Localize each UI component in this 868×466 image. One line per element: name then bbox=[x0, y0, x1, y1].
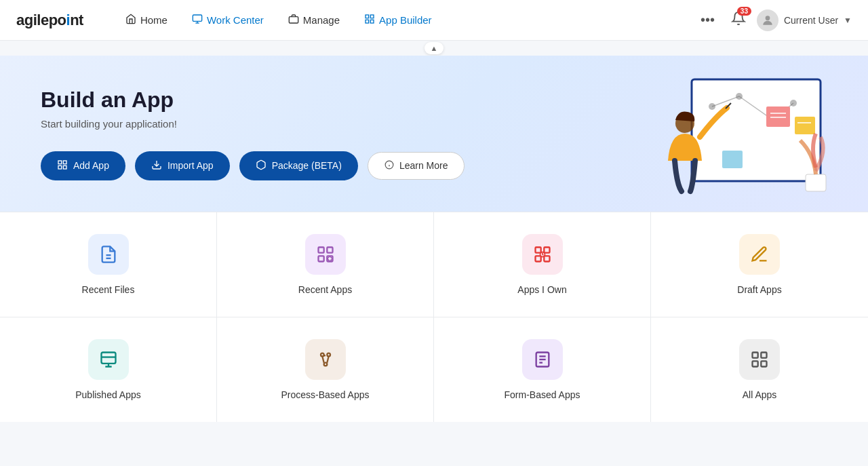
svg-rect-0 bbox=[193, 15, 201, 21]
process-based-apps-label: Process-Based Apps bbox=[281, 389, 370, 400]
username: Current User bbox=[784, 15, 838, 26]
svg-point-48 bbox=[327, 353, 330, 357]
monitor-icon bbox=[192, 14, 203, 27]
recent-apps-icon-wrap bbox=[305, 234, 346, 275]
info-icon bbox=[384, 160, 394, 172]
collapse-handle[interactable]: ▲ bbox=[0, 41, 868, 56]
user-area[interactable]: Current User ▼ bbox=[757, 9, 852, 31]
package-beta-button[interactable]: Package (BETA) bbox=[239, 151, 358, 180]
add-app-icon bbox=[57, 159, 68, 172]
svg-line-50 bbox=[322, 356, 323, 362]
cards-grid-row1: Recent Files Recent Apps Apps I Own Draf… bbox=[0, 212, 868, 317]
cards-section-row2: Published Apps Process-Based Apps Form-B… bbox=[0, 317, 868, 422]
card-draft-apps[interactable]: Draft Apps bbox=[651, 212, 868, 317]
import-icon bbox=[151, 159, 162, 172]
card-form-based-apps[interactable]: Form-Based Apps bbox=[434, 317, 651, 422]
card-recent-files[interactable]: Recent Files bbox=[0, 212, 217, 317]
package-beta-label: Package (BETA) bbox=[272, 160, 342, 171]
svg-rect-42 bbox=[535, 256, 540, 261]
learn-more-button[interactable]: Learn More bbox=[368, 152, 465, 180]
nav-item-workcenter[interactable]: Work Center bbox=[182, 9, 273, 31]
add-app-button[interactable]: Add App bbox=[41, 151, 125, 180]
published-apps-icon-wrap bbox=[88, 339, 129, 380]
bell-icon bbox=[731, 14, 746, 28]
hero-title: Build an App bbox=[41, 88, 827, 113]
collapse-arrow-icon: ▲ bbox=[425, 42, 443, 54]
notification-button[interactable]: 33 bbox=[731, 11, 746, 29]
svg-rect-60 bbox=[761, 361, 766, 366]
svg-rect-3 bbox=[289, 16, 298, 22]
navbar: agilepoint Home Work Center Manage App bbox=[0, 0, 868, 41]
svg-rect-11 bbox=[58, 166, 62, 169]
package-icon bbox=[256, 159, 267, 172]
chevron-down-icon: ▼ bbox=[844, 16, 852, 25]
svg-rect-12 bbox=[63, 166, 66, 169]
svg-rect-9 bbox=[58, 161, 62, 164]
svg-rect-10 bbox=[63, 161, 66, 164]
svg-rect-4 bbox=[366, 15, 369, 18]
grid-icon bbox=[364, 14, 375, 27]
svg-rect-41 bbox=[544, 248, 549, 253]
published-apps-label: Published Apps bbox=[75, 389, 141, 400]
add-app-label: Add App bbox=[73, 160, 109, 171]
card-recent-apps[interactable]: Recent Apps bbox=[217, 212, 434, 317]
hero-banner: Build an App Start building your applica… bbox=[0, 56, 868, 212]
all-apps-label: All Apps bbox=[743, 389, 777, 400]
nav-item-home[interactable]: Home bbox=[116, 9, 177, 31]
apps-i-own-label: Apps I Own bbox=[517, 284, 566, 295]
svg-rect-57 bbox=[753, 353, 758, 358]
svg-rect-5 bbox=[370, 15, 374, 18]
avatar bbox=[757, 9, 778, 31]
home-icon bbox=[125, 14, 136, 27]
learn-more-label: Learn More bbox=[399, 160, 448, 171]
svg-point-8 bbox=[766, 16, 770, 20]
cards-section-row1: Recent Files Recent Apps Apps I Own Draf… bbox=[0, 212, 868, 317]
apps-i-own-icon-wrap bbox=[522, 234, 563, 275]
svg-point-47 bbox=[321, 353, 324, 357]
nav-label-home: Home bbox=[140, 14, 167, 26]
svg-line-51 bbox=[327, 356, 328, 362]
nav-item-appbuilder[interactable]: App Builder bbox=[355, 9, 441, 31]
cards-grid-row2: Published Apps Process-Based Apps Form-B… bbox=[0, 317, 868, 422]
svg-rect-7 bbox=[370, 20, 374, 23]
import-app-button[interactable]: Import App bbox=[135, 151, 230, 180]
svg-rect-58 bbox=[761, 353, 766, 358]
hero-content: Build an App Start building your applica… bbox=[41, 88, 827, 180]
process-based-apps-icon-wrap bbox=[305, 339, 346, 380]
import-app-label: Import App bbox=[167, 160, 214, 171]
logo-dot: i bbox=[66, 12, 71, 28]
hero-buttons: Add App Import App Package (BETA) Learn … bbox=[41, 151, 827, 180]
form-based-apps-icon-wrap bbox=[522, 339, 563, 380]
svg-rect-35 bbox=[318, 256, 323, 261]
nav-right: ••• 33 Current User ▼ bbox=[695, 9, 852, 31]
recent-files-label: Recent Files bbox=[82, 284, 135, 295]
card-process-based-apps[interactable]: Process-Based Apps bbox=[217, 317, 434, 422]
form-based-apps-label: Form-Based Apps bbox=[504, 389, 580, 400]
nav-links: Home Work Center Manage App Builder bbox=[116, 9, 695, 31]
nav-label-appbuilder: App Builder bbox=[379, 14, 432, 26]
svg-rect-33 bbox=[318, 248, 323, 253]
briefcase-icon bbox=[288, 14, 299, 27]
logo[interactable]: agilepoint bbox=[16, 12, 83, 29]
all-apps-icon-wrap bbox=[739, 339, 780, 380]
nav-item-manage[interactable]: Manage bbox=[279, 9, 349, 31]
recent-apps-label: Recent Apps bbox=[298, 284, 352, 295]
draft-apps-icon-wrap bbox=[739, 234, 780, 275]
svg-rect-59 bbox=[753, 361, 758, 366]
notification-badge: 33 bbox=[737, 7, 751, 16]
hero-subtitle: Start building your application! bbox=[41, 118, 827, 130]
card-all-apps[interactable]: All Apps bbox=[651, 317, 868, 422]
svg-rect-43 bbox=[544, 256, 549, 261]
card-published-apps[interactable]: Published Apps bbox=[0, 317, 217, 422]
recent-files-icon-wrap bbox=[88, 234, 129, 275]
draft-apps-label: Draft Apps bbox=[737, 284, 781, 295]
nav-label-manage: Manage bbox=[303, 14, 340, 26]
svg-rect-6 bbox=[366, 20, 369, 23]
card-apps-i-own[interactable]: Apps I Own bbox=[434, 212, 651, 317]
svg-rect-40 bbox=[535, 248, 540, 253]
logo-text: agilepoint bbox=[16, 12, 83, 29]
nav-label-workcenter: Work Center bbox=[207, 14, 264, 26]
svg-rect-34 bbox=[327, 248, 332, 253]
svg-point-49 bbox=[323, 363, 327, 366]
more-button[interactable]: ••• bbox=[695, 9, 720, 31]
